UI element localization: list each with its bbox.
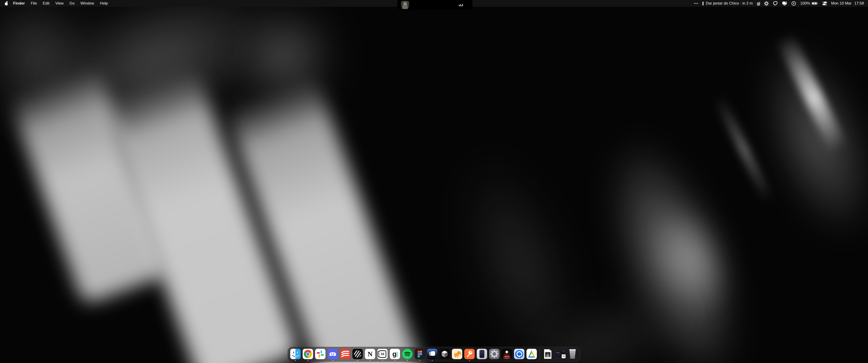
dock-item-cube-app[interactable] — [439, 349, 450, 359]
notion-calendar-icon: 10 — [379, 350, 386, 358]
dock-item-window-app[interactable] — [427, 349, 437, 359]
apple-menu-icon[interactable] — [4, 1, 8, 6]
grammarly-icon: g — [393, 351, 397, 357]
google-drive-icon — [526, 349, 537, 359]
menu-go[interactable]: Go — [66, 1, 78, 6]
dock-item-document-file[interactable] — [542, 349, 553, 359]
dock-item-iphone-mirroring[interactable] — [477, 349, 487, 359]
menu-view[interactable]: View — [53, 1, 67, 6]
overflow-dots-icon[interactable]: ••• — [694, 2, 699, 5]
audio-visualizer-icon — [459, 4, 463, 6]
notch-media-widget[interactable] — [397, 0, 472, 10]
dock-item-grammarly[interactable]: g — [390, 349, 400, 359]
event-indicator-bar — [703, 2, 704, 5]
dock-item-finder[interactable] — [290, 349, 301, 359]
slack-icon — [316, 350, 325, 359]
clock-date: Mon 10 Mar — [831, 1, 852, 6]
app-menu-finder[interactable]: Finder — [10, 1, 28, 6]
grammarly-menubar-icon[interactable]: g — [757, 1, 760, 5]
minimized-window-thumbnail: 11 — [555, 350, 565, 358]
menu-edit[interactable]: Edit — [40, 1, 52, 6]
menu-bar-left: Finder File Edit View Go Window Help — [4, 1, 111, 6]
cube-3d-icon — [439, 349, 450, 359]
battery-percent: 100% — [800, 1, 810, 6]
dock-item-postman[interactable] — [464, 349, 475, 359]
notion-icon: N — [368, 350, 373, 358]
clock-time: 17:58 — [854, 1, 864, 6]
dock-item-slack[interactable] — [315, 349, 326, 359]
dock-item-figma[interactable] — [414, 349, 425, 359]
dock-item-todoist[interactable] — [340, 349, 350, 359]
figma-icon — [417, 351, 422, 358]
album-art-thumbnail — [401, 1, 409, 9]
menu-help[interactable]: Help — [97, 1, 111, 6]
sunburst-menubar-icon[interactable] — [764, 1, 769, 6]
onepassword-menubar-icon[interactable] — [792, 1, 796, 6]
raycast-label: raycast — [502, 356, 512, 357]
menubar-event-text[interactable]: Dar jantar do Chico · in 2 m — [706, 1, 753, 6]
finder-face-icon — [290, 349, 301, 359]
postman-icon — [464, 349, 475, 359]
menu-window[interactable]: Window — [78, 1, 97, 6]
iphone-icon — [479, 350, 485, 358]
elephant-icon — [452, 349, 462, 359]
document-icon — [544, 349, 552, 359]
display-mirroring-menubar-icon[interactable] — [782, 1, 787, 6]
chrome-icon — [304, 350, 312, 358]
todoist-icon — [340, 349, 350, 359]
battery-status[interactable]: 100% — [800, 1, 818, 6]
battery-charging-icon — [811, 2, 818, 5]
trash-icon — [569, 349, 577, 359]
dock-item-spotify[interactable] — [402, 349, 412, 359]
dock-item-system-settings[interactable] — [489, 349, 500, 359]
dock-item-linear[interactable] — [352, 349, 363, 359]
raycast-underline — [503, 358, 510, 358]
dock: N 10 g — [287, 347, 581, 362]
dock-item-chrome[interactable] — [303, 349, 313, 359]
menubar-clock[interactable]: Mon 10 Mar 17:58 — [831, 1, 864, 6]
spotify-icon — [402, 349, 412, 359]
dock-item-notion-calendar[interactable]: 10 — [377, 349, 388, 359]
menu-bar-status: ••• Dar jantar do Chico · in 2 m g — [694, 1, 864, 6]
gear-icon — [490, 350, 499, 359]
linear-striped-sphere-icon — [354, 350, 361, 358]
dock-item-notion[interactable]: N — [365, 349, 375, 359]
macos-desktop: Finder File Edit View Go Window Help •••… — [0, 0, 868, 363]
dock-divider — [539, 349, 540, 359]
onepassword-icon — [515, 350, 523, 358]
desktop-wallpaper — [0, 0, 868, 363]
dock-item-elephant-app[interactable] — [452, 349, 462, 359]
dock-item-minimized-window[interactable]: 11 — [555, 349, 565, 359]
dock-item-trash[interactable] — [567, 349, 578, 359]
notion-calendar-badge: 11 — [561, 354, 566, 359]
dock-item-1password[interactable] — [514, 349, 524, 359]
plectrum-menubar-icon[interactable] — [773, 1, 778, 6]
dock-item-google-drive[interactable] — [526, 349, 537, 359]
window-front-shape — [431, 351, 435, 356]
dock-item-raycast[interactable]: raycast — [502, 349, 512, 359]
menu-file[interactable]: File — [28, 1, 40, 6]
control-center-icon[interactable] — [822, 1, 827, 5]
discord-icon — [329, 350, 337, 358]
dock-item-discord[interactable] — [328, 349, 338, 359]
